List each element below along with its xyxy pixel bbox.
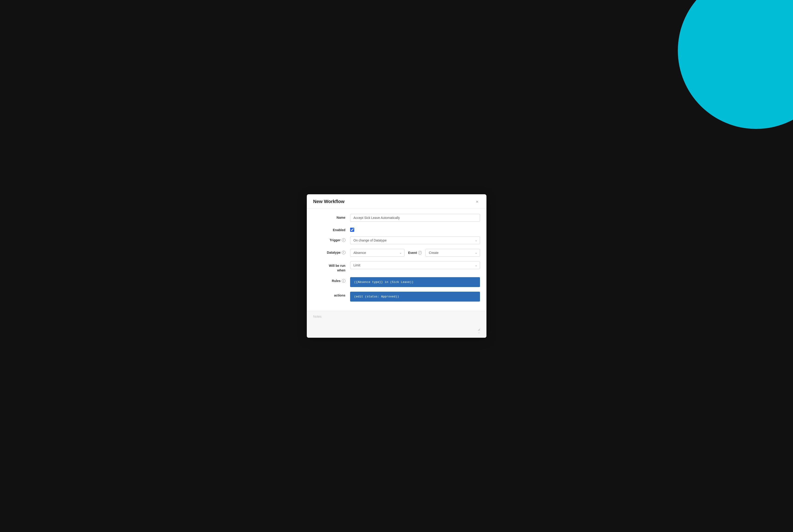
datatype-event-row: Datatype i Absence Employee Contract Lea… [313, 249, 480, 257]
background-circle [678, 0, 793, 129]
event-select[interactable]: Create Update Delete [425, 249, 480, 257]
rules-info-icon[interactable]: i [342, 279, 346, 283]
will-be-run-control: Limit Always Once ⌄ [350, 261, 480, 269]
event-label: Event i [408, 251, 422, 254]
will-be-run-select[interactable]: Limit Always Once [350, 261, 480, 269]
name-label: Name [313, 214, 350, 220]
trigger-select-wrapper: On change of Datatype On create On delet… [350, 236, 480, 244]
will-be-run-select-wrapper: Limit Always Once ⌄ [350, 261, 480, 269]
notes-textarea[interactable] [313, 315, 480, 331]
modal-wrapper: New Workflow × Name Enabled Tri [307, 194, 486, 338]
close-button[interactable]: × [475, 199, 480, 205]
rules-label: Rules i [313, 277, 350, 283]
trigger-row: Trigger i On change of Datatype On creat… [313, 236, 480, 244]
modal-header: New Workflow × [307, 194, 486, 208]
modal-title: New Workflow [313, 199, 345, 204]
actions-control: (edit (status: Approved)) [350, 292, 480, 302]
datatype-event-control: Absence Employee Contract Leave ⌄ Event … [350, 249, 480, 257]
enabled-label: Enabled [313, 226, 350, 232]
name-row: Name [313, 214, 480, 222]
trigger-select[interactable]: On change of Datatype On create On delet… [350, 236, 480, 244]
modal-body: Name Enabled Trigger i [307, 208, 486, 311]
resize-handle: ⌂ [313, 331, 480, 334]
trigger-label: Trigger i [313, 236, 350, 242]
actions-label: actions [313, 292, 350, 297]
actions-row: actions (edit (status: Approved)) [313, 292, 480, 302]
will-be-run-label: Will be runwhen [313, 261, 350, 272]
rules-control: ({Absence type}} in (Sick Leave)) [350, 277, 480, 287]
enabled-row: Enabled [313, 226, 480, 232]
name-control [350, 214, 480, 222]
event-info-icon[interactable]: i [418, 251, 422, 254]
rules-code-block[interactable]: ({Absence type}} in (Sick Leave)) [350, 277, 480, 287]
name-input[interactable] [350, 214, 480, 222]
rules-row: Rules i ({Absence type}} in (Sick Leave)… [313, 277, 480, 287]
enabled-checkbox[interactable] [350, 228, 354, 232]
datatype-label: Datatype i [313, 249, 350, 254]
actions-code-block[interactable]: (edit (status: Approved)) [350, 292, 480, 302]
modal: New Workflow × Name Enabled Tri [307, 194, 486, 338]
notes-section: ⌂ [307, 311, 486, 338]
trigger-info-icon[interactable]: i [342, 238, 346, 242]
datatype-select-wrapper: Absence Employee Contract Leave ⌄ [350, 249, 404, 257]
will-be-run-row: Will be runwhen Limit Always Once ⌄ [313, 261, 480, 272]
datatype-info-icon[interactable]: i [342, 251, 346, 254]
event-select-wrapper: Create Update Delete ⌄ [425, 249, 480, 257]
enabled-control [350, 226, 480, 232]
datatype-event-inner: Absence Employee Contract Leave ⌄ Event … [350, 249, 480, 257]
datatype-select[interactable]: Absence Employee Contract Leave [350, 249, 404, 257]
trigger-control: On change of Datatype On create On delet… [350, 236, 480, 244]
